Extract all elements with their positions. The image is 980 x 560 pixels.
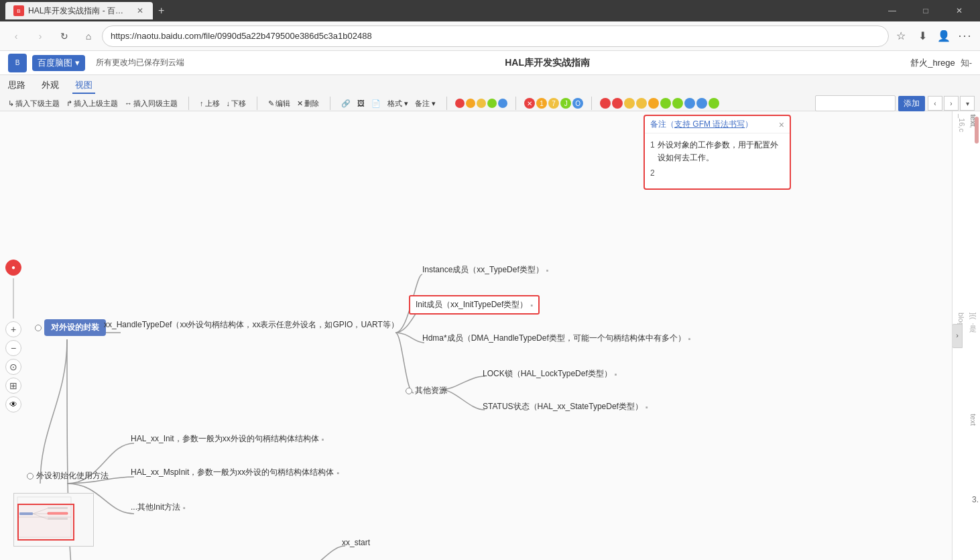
shape-green3[interactable]	[709, 98, 719, 109]
search-add-btn[interactable]: 添加	[898, 96, 925, 111]
color-orange[interactable]	[466, 99, 475, 108]
num-2[interactable]: 1	[536, 98, 547, 109]
back-btn[interactable]: ‹	[5, 25, 27, 47]
tab-icon: B	[13, 5, 24, 16]
canvas[interactable]: 对外设的封装 xx_HandleTypeDef（xx外设句柄结构体，xx表示任意…	[0, 111, 952, 560]
zoom-fit-btn[interactable]: ⊞	[5, 378, 21, 394]
shape-green2[interactable]	[672, 98, 683, 109]
notes-close-btn[interactable]: ×	[779, 119, 784, 130]
tab-waiguan[interactable]: 外观	[39, 78, 62, 94]
nav-arrow-down[interactable]: ▾	[960, 96, 975, 111]
browser-tab[interactable]: B HAL库开发实战指南 - 百度脑图 ✕	[5, 2, 153, 19]
node-handle[interactable]: xx_HandleTypeDef（xx外设句柄结构体，xx表示任意外设名，如GP…	[104, 319, 399, 331]
format-btn[interactable]: 格式 ▾	[385, 97, 411, 110]
shape-red1[interactable]	[600, 98, 611, 109]
tab-shitu[interactable]: 视图	[72, 78, 95, 94]
central-node-text: 对外设的封装	[44, 319, 106, 336]
account-icon[interactable]: 👤	[934, 27, 953, 46]
color-yellow[interactable]	[477, 99, 486, 108]
node-other-init-icon: ▪	[183, 504, 186, 512]
shape-yellow2[interactable]	[636, 98, 647, 109]
node-status-icon: ▪	[646, 403, 648, 411]
num-group: ✕ 1 7 J O	[524, 98, 583, 109]
toolbar-row: ↳插入下级主题 ↱插入上级主题 ↔插入同级主题 ↑上移 ↓下移 ✎编辑 ✕删除	[5, 95, 975, 111]
node-xx-start[interactable]: xx_start	[342, 536, 370, 548]
insert-parent-btn[interactable]: ↱插入上级主题	[64, 97, 121, 110]
sep5	[515, 97, 516, 110]
move-up-btn[interactable]: ↑上移	[197, 97, 223, 110]
sep6	[591, 97, 592, 110]
sep3	[330, 97, 330, 110]
notes-item-2: 2	[650, 167, 784, 180]
tab-close-btn[interactable]: ✕	[135, 5, 145, 16]
zoom-minus-btn[interactable]: −	[5, 340, 21, 356]
shape-blue1[interactable]	[684, 98, 695, 109]
search-input[interactable]	[815, 95, 896, 111]
collapse-btn[interactable]: ›	[952, 324, 963, 348]
move-down-btn[interactable]: ↓下移	[224, 97, 249, 110]
refresh-btn[interactable]: ↻	[54, 25, 75, 47]
image-btn[interactable]: 🖼	[355, 98, 367, 109]
mini-map-content	[14, 494, 93, 546]
toolbar-tabs: 思路 外观 视图	[5, 76, 975, 95]
zoom-reset-btn[interactable]: ⊙	[5, 359, 21, 375]
eye-btn[interactable]: 👁	[5, 396, 21, 412]
shape-green1[interactable]	[660, 98, 671, 109]
node-xx-start-text: xx_start	[342, 538, 370, 547]
tab-silu[interactable]: 思路	[5, 78, 28, 94]
url-bar[interactable]: https://naotu.baidu.com/file/0990d5a22b4…	[102, 25, 889, 47]
close-btn[interactable]: ✕	[944, 0, 975, 21]
note-btn[interactable]: 📄	[369, 98, 383, 109]
color-blue[interactable]	[498, 99, 507, 108]
link-btn[interactable]: 🔗	[339, 98, 353, 109]
delete-btn[interactable]: ✕删除	[294, 97, 322, 110]
num-1[interactable]: ✕	[524, 98, 535, 109]
node-hdma[interactable]: Hdma*成员（DMA_HandleTypeDef类型，可能一个句柄结构体中有多…	[422, 333, 691, 344]
color-red[interactable]	[455, 99, 465, 108]
shape-yellow1[interactable]	[624, 98, 635, 109]
minimize-btn[interactable]: —	[877, 0, 908, 21]
node-other-init[interactable]: ...其他Init方法 ▪	[131, 502, 186, 513]
bookmark-btn[interactable]: ☆	[892, 27, 910, 46]
color-green[interactable]	[487, 99, 497, 108]
zoom-plus-btn[interactable]: +	[5, 321, 21, 337]
more-options-btn[interactable]: ···	[956, 27, 975, 46]
mini-map	[13, 493, 94, 547]
zoom-special-btn[interactable]: ●	[5, 260, 21, 276]
node-init-methods[interactable]: 外设初始化使用方法	[27, 470, 109, 482]
node-status[interactable]: STATUS状态（HAL_xx_StateTypeDef类型） ▪	[483, 401, 648, 412]
home-btn[interactable]: ⌂	[78, 25, 99, 47]
edit-btn[interactable]: ✎编辑	[265, 97, 293, 110]
shape-blue2[interactable]	[696, 98, 707, 109]
num-3[interactable]: 7	[548, 98, 559, 109]
forward-btn[interactable]: ›	[29, 25, 51, 47]
knowledge-btn[interactable]: 知-	[961, 57, 972, 69]
node-status-text: STATUS状态（HAL_xx_StateTypeDef类型）	[483, 401, 643, 412]
node-other-res[interactable]: 其他资源	[406, 385, 447, 396]
node-hal-init[interactable]: HAL_xx_Init，参数一般为xx外设的句柄结构体结构体 ▪	[131, 433, 324, 445]
node-init[interactable]: Init成员（xx_InitTypeDef类型） ▪	[409, 295, 540, 315]
nav-arrow-left[interactable]: ‹	[928, 96, 942, 111]
new-tab-btn[interactable]: +	[153, 5, 170, 17]
shape-group	[600, 98, 719, 109]
central-node[interactable]: 对外设的封装	[35, 319, 106, 336]
note2-btn[interactable]: 备注 ▾	[412, 97, 438, 110]
app-title-btn[interactable]: 百度脑图 ▾	[32, 55, 85, 71]
node-lock[interactable]: LOCK锁（HAL_LockTypeDef类型） ▪	[483, 368, 617, 380]
insert-child-btn[interactable]: ↳插入下级主题	[5, 97, 62, 110]
app-logo: B	[8, 54, 27, 72]
shape-orange1[interactable]	[648, 98, 659, 109]
notes-body: 1 外设对象的工作参数，用于配置外设如何去工作。 2	[645, 133, 790, 188]
num-4[interactable]: J	[560, 98, 571, 109]
num-5[interactable]: O	[572, 98, 583, 109]
node-instance-text: Instance成员（xx_TypeDef类型）	[422, 264, 544, 276]
notes-title-link[interactable]: 支持 GFM 语法书写	[674, 119, 745, 129]
toolbar-search: 添加 ‹ › ▾	[815, 95, 975, 111]
notes-item-1-text: 外设对象的工作参数，用于配置外设如何去工作。	[658, 139, 784, 164]
maximize-btn[interactable]: □	[910, 0, 941, 21]
node-hal-mspinit[interactable]: HAL_xx_MspInit，参数一般为xx外设的句柄结构体结构体 ▪	[131, 467, 339, 478]
shape-red2[interactable]	[612, 98, 623, 109]
insert-peer-btn[interactable]: ↔插入同级主题	[122, 97, 180, 110]
node-instance[interactable]: Instance成员（xx_TypeDef类型） ▪	[422, 264, 549, 276]
nav-arrow-right[interactable]: ›	[944, 96, 959, 111]
